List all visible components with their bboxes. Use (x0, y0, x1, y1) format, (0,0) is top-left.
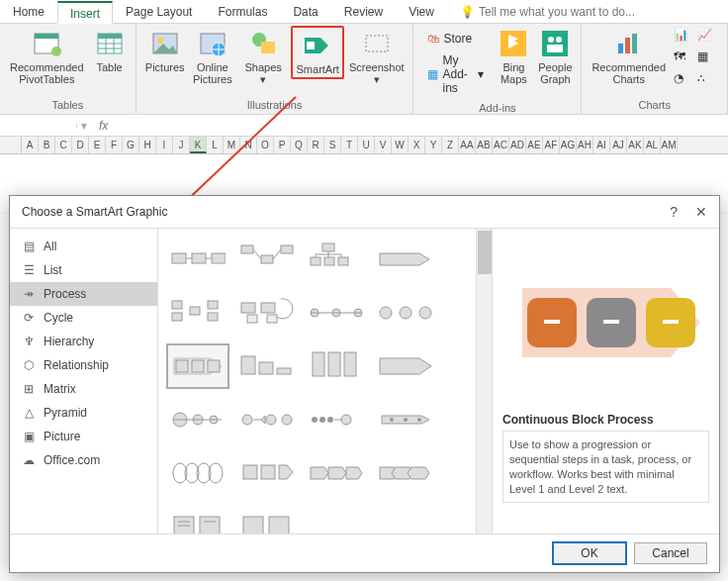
gallery-item-4[interactable] (166, 290, 229, 336)
shapes-button[interactable]: Shapes ▾ (237, 26, 290, 87)
category-cycle[interactable]: ⟳Cycle (10, 306, 157, 330)
column-header-H[interactable]: H (139, 137, 156, 153)
people-graph-button[interactable]: People Graph (535, 26, 575, 87)
gallery-item-9[interactable] (235, 343, 299, 389)
column-header-AA[interactable]: AA (459, 137, 476, 153)
gallery-item-12[interactable] (166, 397, 229, 442)
gallery-item-7[interactable] (374, 290, 437, 336)
bar-chart-icon[interactable]: 📊 (674, 28, 695, 48)
gallery-item-13[interactable] (235, 397, 299, 442)
gallery-item-14[interactable] (305, 397, 368, 442)
name-box-dropdown-icon[interactable]: ▾ (77, 119, 91, 133)
column-header-K[interactable]: K (190, 137, 207, 153)
tab-page-layout[interactable]: Page Layout (113, 0, 205, 23)
column-header-AB[interactable]: AB (476, 137, 493, 153)
column-header-R[interactable]: R (308, 137, 324, 153)
column-header-P[interactable]: P (274, 137, 291, 153)
column-header-W[interactable]: W (392, 137, 409, 153)
column-header-AD[interactable]: AD (509, 137, 526, 153)
column-header-L[interactable]: L (207, 137, 224, 153)
column-header-N[interactable]: N (240, 137, 257, 153)
gallery-item-2[interactable] (305, 237, 368, 282)
name-box[interactable] (0, 124, 77, 128)
gallery-item-22[interactable] (305, 504, 368, 533)
gallery-item-18[interactable] (305, 450, 368, 496)
column-header-X[interactable]: X (409, 137, 425, 153)
category-relationship[interactable]: ⬡Relationship (10, 353, 157, 377)
category-pyramid[interactable]: △Pyramid (10, 401, 157, 425)
column-header-AI[interactable]: AI (593, 137, 610, 153)
map-chart-icon[interactable]: 🗺 (674, 49, 695, 69)
column-header-AM[interactable]: AM (661, 137, 678, 153)
column-header-AK[interactable]: AK (627, 137, 644, 153)
column-header-AG[interactable]: AG (560, 137, 577, 153)
column-header-B[interactable]: B (39, 137, 55, 153)
category-all[interactable]: ▤All (10, 235, 157, 258)
column-header-AJ[interactable]: AJ (610, 137, 627, 153)
tab-home[interactable]: Home (0, 0, 57, 23)
column-header-AH[interactable]: AH (577, 137, 593, 153)
gallery-item-5[interactable] (235, 290, 299, 336)
tell-me-search[interactable]: 💡 Tell me what you want to do... (447, 0, 648, 23)
column-header-Y[interactable]: Y (425, 137, 442, 153)
column-header-O[interactable]: O (257, 137, 274, 153)
gallery-item-17[interactable] (235, 450, 299, 496)
tab-review[interactable]: Review (331, 0, 396, 23)
tab-formulas[interactable]: Formulas (205, 0, 280, 23)
screenshot-button[interactable]: Screenshot▾ (346, 26, 407, 87)
category-picture[interactable]: ▣Picture (10, 425, 157, 448)
bing-maps-button[interactable]: Bing Maps (494, 26, 533, 87)
ok-button[interactable]: OK (553, 542, 626, 564)
category-matrix[interactable]: ⊞Matrix (10, 377, 157, 401)
gallery-item-19[interactable] (374, 450, 437, 496)
column-header-E[interactable]: E (89, 137, 106, 153)
column-header-Z[interactable]: Z (442, 137, 459, 153)
gallery-item-0[interactable] (166, 237, 229, 282)
column-header-S[interactable]: S (324, 137, 341, 153)
fx-icon[interactable]: fx (99, 119, 108, 133)
select-all-corner[interactable] (0, 137, 22, 153)
recommended-pivottables-button[interactable]: Recommended PivotTables (6, 26, 88, 87)
column-header-T[interactable]: T (341, 137, 358, 153)
scatter-chart-icon[interactable]: ∴ (697, 71, 719, 91)
gallery-item-11[interactable] (374, 343, 437, 389)
gallery-item-23[interactable] (374, 504, 437, 533)
column-header-AC[interactable]: AC (493, 137, 509, 153)
gallery-item-21[interactable] (235, 504, 299, 533)
scrollbar-thumb[interactable] (478, 231, 492, 274)
column-header-AF[interactable]: AF (543, 137, 560, 153)
column-header-J[interactable]: J (173, 137, 190, 153)
tab-data[interactable]: Data (280, 0, 330, 23)
column-header-AE[interactable]: AE (526, 137, 543, 153)
gallery-item-1[interactable] (235, 237, 299, 282)
line-chart-icon[interactable]: 📈 (697, 28, 719, 48)
column-header-M[interactable]: M (224, 137, 240, 153)
column-header-AL[interactable]: AL (644, 137, 661, 153)
column-header-G[interactable]: G (123, 137, 139, 153)
gallery-item-8[interactable] (166, 343, 229, 389)
recommended-charts-button[interactable]: Recommended Charts (588, 26, 670, 87)
column-header-I[interactable]: I (156, 137, 173, 153)
gallery-item-10[interactable] (305, 343, 368, 389)
column-header-V[interactable]: V (375, 137, 392, 153)
category-process[interactable]: ↠Process (10, 282, 157, 306)
online-pictures-button[interactable]: Online Pictures (190, 26, 235, 87)
pictures-button[interactable]: Pictures (142, 26, 188, 75)
help-icon[interactable]: ? (670, 204, 678, 220)
gallery-item-3[interactable] (374, 237, 437, 282)
column-header-U[interactable]: U (358, 137, 375, 153)
gallery-item-6[interactable] (305, 290, 368, 336)
hierarchy-chart-icon[interactable]: ▦ (697, 49, 719, 69)
gallery-item-16[interactable] (166, 450, 229, 496)
gallery-item-20[interactable] (166, 504, 229, 533)
column-header-Q[interactable]: Q (291, 137, 308, 153)
smartart-button[interactable]: SmartArt (291, 26, 344, 79)
category-list[interactable]: ☰List (10, 258, 157, 282)
column-header-D[interactable]: D (72, 137, 89, 153)
cancel-button[interactable]: Cancel (634, 542, 707, 564)
gallery-scrollbar[interactable] (476, 229, 492, 533)
store-button[interactable]: 🛍 Store (423, 30, 488, 48)
category-office[interactable]: ☁Office.com (10, 448, 157, 472)
close-icon[interactable]: ✕ (695, 204, 707, 220)
my-addins-button[interactable]: ▦ My Add-ins ▾ (423, 51, 488, 97)
